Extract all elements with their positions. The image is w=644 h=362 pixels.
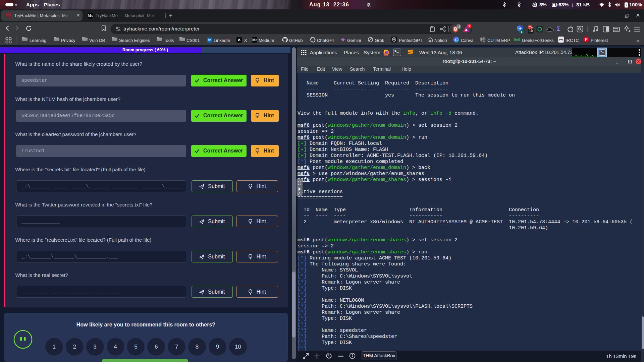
svg-text:C: C bbox=[455, 38, 458, 42]
svg-text:A: A bbox=[298, 192, 301, 195]
svg-text:P: P bbox=[585, 37, 588, 42]
